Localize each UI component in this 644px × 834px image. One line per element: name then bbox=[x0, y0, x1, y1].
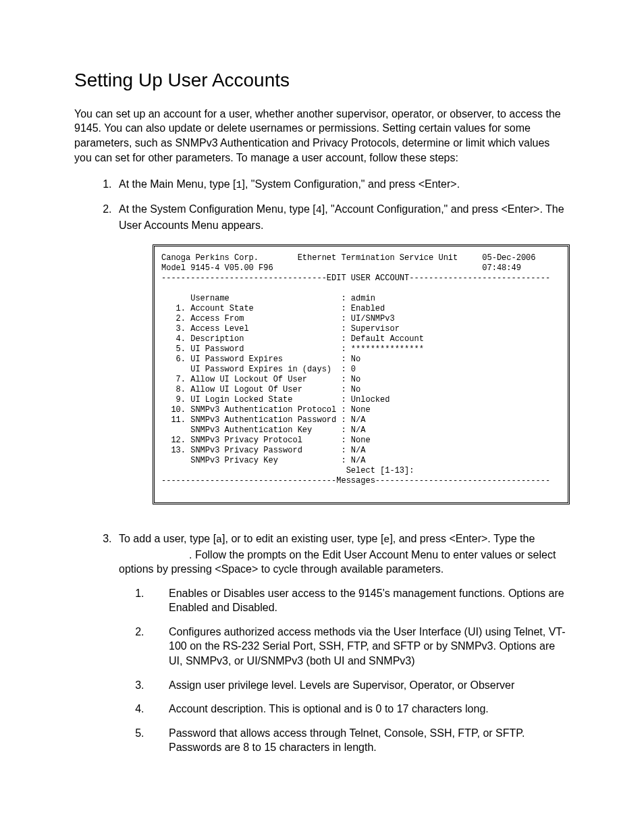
step3-text-d: . Follow the prompts on the Edit User Ac… bbox=[119, 549, 556, 575]
step2-text-a: At the System Configuration Menu, type [ bbox=[119, 203, 316, 215]
step3-text-c: ], and press <Enter>. Type the bbox=[390, 533, 535, 544]
intro-paragraph: You can set up an account for a user, wh… bbox=[74, 107, 570, 165]
page-title: Setting Up User Accounts bbox=[74, 68, 570, 93]
step-1: At the Main Menu, type [1], "System Conf… bbox=[115, 177, 570, 192]
step-3: To add a user, type [a], or to edit an e… bbox=[115, 531, 570, 755]
step-2: At the System Configuration Menu, type [… bbox=[115, 202, 570, 504]
option-desc: Password that allows access through Teln… bbox=[169, 726, 570, 755]
option-desc: Configures authorized access methods via… bbox=[169, 625, 570, 669]
step3-key-a: a bbox=[216, 534, 222, 546]
step3-text-b: ], or to edit an existing user, type [ bbox=[222, 533, 383, 544]
step3-text-a: To add a user, type [ bbox=[119, 533, 216, 544]
step2-key: 4 bbox=[316, 205, 322, 216]
option-item-4: Account description. This is optional an… bbox=[147, 702, 570, 716]
step1-text-a: At the Main Menu, type [ bbox=[119, 178, 236, 190]
option-desc: Enables or Disables user access to the 9… bbox=[169, 586, 570, 615]
terminal-screenshot: Canoga Perkins Corp. Ethernet Terminatio… bbox=[153, 244, 570, 504]
option-desc: Assign user privilege level. Levels are … bbox=[169, 678, 570, 693]
option-item-2: Configures authorized access methods via… bbox=[147, 625, 570, 669]
option-item-3: Assign user privilege level. Levels are … bbox=[147, 678, 570, 693]
step1-text-b: ], "System Configuration," and press <En… bbox=[242, 178, 460, 190]
option-item-5: Password that allows access through Teln… bbox=[147, 726, 570, 755]
option-desc: Account description. This is optional an… bbox=[169, 702, 570, 716]
option-item-1: Enables or Disables user access to the 9… bbox=[147, 586, 570, 615]
